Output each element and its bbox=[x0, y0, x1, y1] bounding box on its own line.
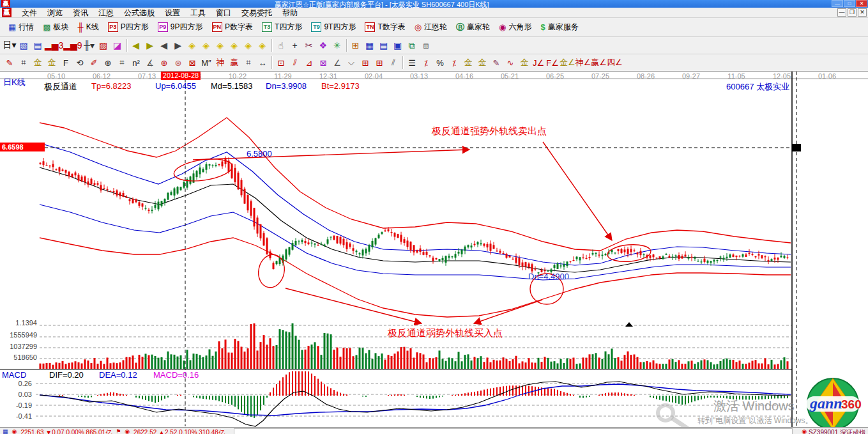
tool-icon[interactable]: 日▾ bbox=[3, 38, 17, 52]
draw-tool-icon[interactable]: ⫽ bbox=[386, 56, 400, 70]
tool-icon[interactable]: ▣ bbox=[391, 38, 405, 52]
tool-icon[interactable]: ◈ bbox=[227, 38, 241, 52]
draw-tool-icon[interactable]: ⊞ bbox=[372, 56, 386, 70]
tool-icon[interactable]: ◪ bbox=[110, 38, 125, 52]
tool-icon[interactable] bbox=[126, 39, 127, 52]
tool-icon[interactable]: ▂▅9 bbox=[63, 38, 82, 52]
draw-tool-icon[interactable]: ⊡ bbox=[274, 56, 288, 70]
tool-icon[interactable] bbox=[271, 39, 272, 52]
menu-item[interactable]: 文件 bbox=[17, 8, 42, 17]
toolbar-button[interactable]: T3 T四方形 bbox=[257, 20, 307, 35]
tool-icon[interactable]: ◈ bbox=[213, 38, 227, 52]
tool-icon[interactable]: ◀ bbox=[157, 38, 171, 52]
menu-item[interactable]: 工具 bbox=[185, 8, 211, 17]
draw-tool-icon[interactable]: ☰ bbox=[405, 56, 419, 70]
menu-item[interactable]: 帮助 bbox=[277, 8, 303, 17]
toolbar-button[interactable]: TN T数字表 bbox=[360, 20, 409, 35]
draw-tool-icon[interactable]: ⊛ bbox=[171, 56, 185, 70]
draw-tool-icon[interactable]: ⌗ bbox=[17, 56, 31, 70]
tool-icon[interactable]: ◈ bbox=[199, 38, 213, 52]
draw-tool-icon[interactable]: ⊕ bbox=[157, 56, 171, 70]
draw-tool-icon[interactable]: ✐ bbox=[87, 56, 101, 70]
menu-item[interactable]: 交易委托 bbox=[236, 8, 277, 17]
child-restore-button[interactable]: ❐ bbox=[848, 8, 857, 17]
tool-icon[interactable]: ☝ bbox=[274, 38, 288, 52]
draw-tool-icon[interactable]: ✎ bbox=[3, 56, 17, 70]
tool-icon[interactable]: ◈ bbox=[255, 38, 270, 52]
tool-icon[interactable]: ◀ bbox=[129, 38, 143, 52]
draw-tool-icon[interactable]: F∠ bbox=[545, 56, 560, 70]
draw-tool-icon[interactable]: 神∠ bbox=[575, 56, 591, 70]
tool-icon[interactable]: ▨ bbox=[96, 38, 110, 52]
child-minimize-button[interactable]: — bbox=[837, 8, 846, 17]
draw-tool-icon[interactable]: 金 bbox=[461, 56, 475, 70]
draw-tool-icon[interactable]: ↔ bbox=[255, 56, 270, 70]
toolbar-button[interactable]: T9 9T四方形 bbox=[307, 20, 360, 35]
tool-icon[interactable] bbox=[346, 39, 347, 52]
child-close-button[interactable]: ✕ bbox=[858, 8, 867, 17]
draw-tool-icon[interactable]: ∿ bbox=[503, 56, 517, 70]
menu-item[interactable]: 资讯 bbox=[68, 8, 93, 17]
toolbar-button[interactable]: ▩ 板块 bbox=[38, 20, 73, 35]
draw-tool-icon[interactable]: F bbox=[59, 56, 73, 70]
calendar-icon[interactable]: ▦ bbox=[3, 428, 8, 434]
tool-icon[interactable]: ▶ bbox=[171, 38, 185, 52]
window-maximize-button[interactable]: □ bbox=[844, 0, 855, 7]
draw-tool-icon[interactable]: 赢∠ bbox=[591, 56, 607, 70]
tool-icon[interactable]: ⊞ bbox=[349, 38, 363, 52]
macd-panel-title[interactable]: MACD bbox=[2, 370, 26, 380]
draw-tool-icon[interactable]: ⫽ bbox=[288, 56, 302, 70]
draw-tool-icon[interactable] bbox=[402, 56, 403, 69]
draw-tool-icon[interactable]: ⁒ bbox=[447, 56, 461, 70]
draw-tool-icon[interactable]: M″ bbox=[199, 56, 213, 70]
toolbar-button[interactable]: ▦ 行情 bbox=[4, 20, 38, 35]
toolbar-button[interactable]: P9 9P四方形 bbox=[153, 20, 208, 35]
draw-tool-icon[interactable]: ⊿ bbox=[302, 56, 316, 70]
draw-tool-icon[interactable]: ⌵ bbox=[344, 56, 358, 70]
tool-icon[interactable]: ▂▅3 bbox=[45, 38, 63, 52]
tool-icon[interactable]: ◈ bbox=[241, 38, 255, 52]
tool-icon[interactable]: ▤ bbox=[377, 38, 391, 52]
draw-tool-icon[interactable]: J∠ bbox=[531, 56, 545, 70]
draw-tool-icon[interactable]: ⁒ bbox=[419, 56, 433, 70]
draw-tool-icon[interactable]: 金 bbox=[31, 56, 45, 70]
tool-icon[interactable]: ◈ bbox=[185, 38, 199, 52]
tool-icon[interactable]: ▧ bbox=[17, 38, 31, 52]
draw-tool-icon[interactable]: 神 bbox=[213, 56, 227, 70]
tool-icon[interactable]: ▦ bbox=[363, 38, 377, 52]
tool-icon[interactable]: ⧈ bbox=[419, 38, 433, 52]
index-quote-2[interactable]: 2622.52 ▲2.52 0.10% 310.48亿 bbox=[133, 428, 225, 434]
menu-item[interactable]: 设置 bbox=[160, 8, 185, 17]
tool-icon[interactable]: ╫▾ bbox=[82, 38, 96, 52]
tool-icon[interactable]: + bbox=[288, 38, 302, 52]
draw-tool-icon[interactable]: % bbox=[433, 56, 447, 70]
menu-item[interactable]: 浏览 bbox=[42, 8, 68, 17]
tool-icon[interactable]: ❖ bbox=[316, 38, 330, 52]
draw-tool-icon[interactable]: ✎ bbox=[489, 56, 503, 70]
draw-tool-icon[interactable]: ⊕ bbox=[101, 56, 115, 70]
toolbar-button[interactable]: ◉ 六角形 bbox=[494, 20, 536, 35]
menu-item[interactable]: 窗口 bbox=[211, 8, 236, 17]
window-close-button[interactable]: ✕ bbox=[856, 0, 867, 7]
index-quote-1[interactable]: 2251.63 ▼0.07 0.00% 865.01亿 bbox=[20, 428, 112, 434]
window-minimize-button[interactable]: — bbox=[832, 0, 843, 7]
draw-tool-icon[interactable]: ⟲ bbox=[73, 56, 87, 70]
tool-icon[interactable]: ▶ bbox=[143, 38, 157, 52]
indicator-name[interactable]: 极反通道 bbox=[44, 81, 77, 93]
tool-icon[interactable]: ✂ bbox=[302, 38, 316, 52]
index-code-right[interactable]: SZ399001 深证成指 bbox=[809, 428, 865, 434]
tool-icon[interactable]: ▤ bbox=[31, 38, 45, 52]
draw-tool-icon[interactable]: n² bbox=[129, 56, 143, 70]
toolbar-button[interactable]: P3 P四方形 bbox=[103, 20, 153, 35]
toolbar-button[interactable]: PN P数字表 bbox=[208, 20, 258, 35]
draw-tool-icon[interactable]: 四∠ bbox=[607, 56, 623, 70]
menu-item[interactable]: 江恩 bbox=[93, 8, 119, 17]
draw-tool-icon[interactable]: ⊠ bbox=[316, 56, 330, 70]
draw-tool-icon[interactable]: 赢 bbox=[227, 56, 241, 70]
draw-tool-icon[interactable]: ⊠ bbox=[185, 56, 199, 70]
draw-tool-icon[interactable]: 金∠ bbox=[560, 56, 575, 70]
draw-tool-icon[interactable]: 金 bbox=[475, 56, 489, 70]
toolbar-button[interactable]: ◎ 江恩轮 bbox=[410, 20, 452, 35]
draw-tool-icon[interactable] bbox=[271, 56, 272, 69]
toolbar-button[interactable]: Ⓑ 赢家轮 bbox=[452, 20, 494, 35]
